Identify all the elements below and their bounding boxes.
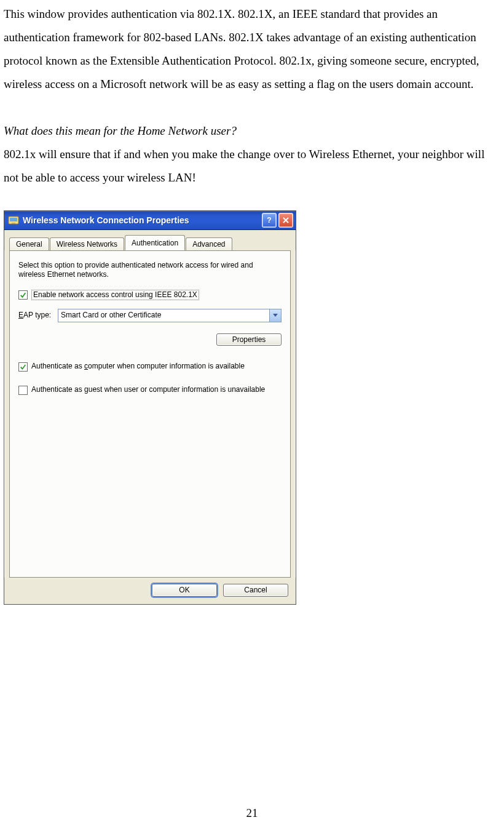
checkbox-enable-8021x[interactable] (18, 290, 28, 300)
checkbox-auth-as-guest-label: Authenticate as guest when user or compu… (31, 385, 265, 394)
page-number: 21 (0, 802, 504, 825)
titlebar[interactable]: Wireless Network Connection Properties ? (4, 211, 296, 230)
tab-authentication[interactable]: Authentication (125, 235, 185, 250)
checkbox-enable-8021x-label: Enable network access control using IEEE… (31, 290, 199, 300)
cancel-button[interactable]: Cancel (223, 584, 288, 596)
dialog-footer: OK Cancel (4, 578, 296, 603)
chevron-down-icon[interactable] (269, 309, 281, 322)
tab-wireless-networks[interactable]: Wireless Networks (50, 237, 124, 251)
help-button[interactable]: ? (262, 213, 277, 228)
eap-type-combo[interactable]: Smart Card or other Certificate (58, 309, 282, 322)
properties-button[interactable]: Properties (216, 333, 282, 346)
tab-general[interactable]: General (9, 237, 49, 251)
ok-button[interactable]: OK (152, 584, 217, 596)
eap-type-label: EAP type: (18, 311, 58, 319)
checkbox-auth-as-computer-label: Authenticate as computer when computer i… (31, 362, 245, 370)
properties-dialog: Wireless Network Connection Properties ?… (4, 210, 296, 605)
tab-advanced[interactable]: Advanced (186, 237, 232, 251)
paragraph-2: 802.1x will ensure that if and when you … (4, 143, 499, 189)
panel-description: Select this option to provide authentica… (18, 261, 282, 279)
close-button[interactable] (278, 213, 293, 228)
eap-type-value: Smart Card or other Certificate (58, 309, 269, 322)
question-heading: What does this mean for the Home Network… (4, 119, 499, 143)
svg-rect-2 (12, 223, 15, 224)
dialog-title: Wireless Network Connection Properties (23, 215, 260, 226)
paragraph-1: This window provides authentication via … (4, 2, 499, 96)
tabstrip: General Wireless Networks Authentication… (4, 230, 296, 250)
svg-rect-1 (10, 218, 17, 221)
checkbox-auth-as-computer[interactable] (18, 362, 28, 372)
checkbox-auth-as-guest[interactable] (18, 386, 28, 395)
network-icon (8, 215, 19, 226)
authentication-panel: Select this option to provide authentica… (9, 250, 291, 578)
